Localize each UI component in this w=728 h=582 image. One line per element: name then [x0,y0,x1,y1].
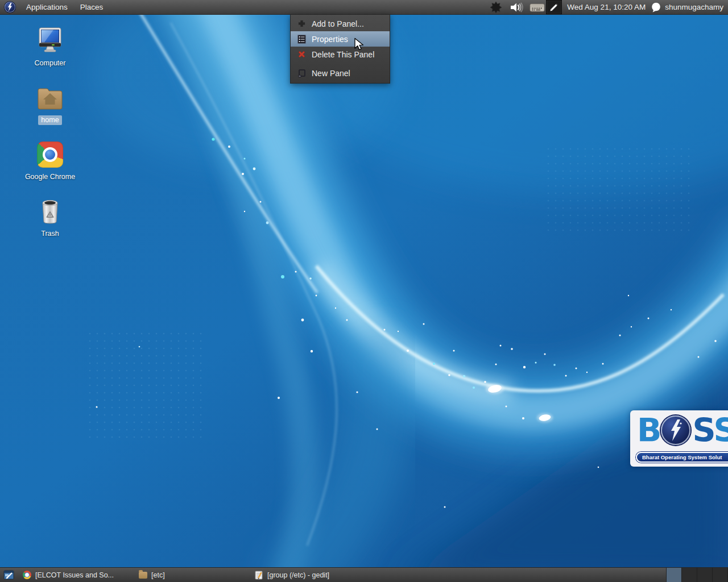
boss-globe-icon [661,415,690,445]
add-plus-icon [296,19,307,29]
clock[interactable]: Wed Aug 21, 10:20 AM [567,3,646,11]
workspace-3[interactable] [697,568,713,582]
keyboard-icon[interactable] [530,0,545,14]
workspace-2[interactable] [682,568,697,582]
menu-places[interactable]: Places [74,0,110,14]
bottom-panel: [ELCOT Issues and So... [etc] [group (/e… [0,567,728,582]
menu-item-delete-this-panel[interactable]: Delete This Panel [291,47,390,62]
show-desktop-icon [3,570,14,580]
home-folder-icon [36,82,64,111]
menu-applications[interactable]: Applications [20,0,74,14]
task-label: [etc] [151,571,165,579]
task-gedit[interactable]: [group (/etc) - gedit] [251,568,367,582]
lightning-bolt-icon [668,419,683,441]
wallpaper [0,0,728,582]
properties-icon [296,34,307,44]
workspace-1[interactable] [667,568,682,582]
trash-icon [36,196,64,225]
boss-watermark: B S S Bharat Operating System Solut [630,410,728,467]
boss-banner: Bharat Operating System Solut [636,452,728,463]
menu-item-label: New Panel [312,69,350,78]
volume-icon[interactable] [510,0,523,14]
lightning-bolt-icon [7,3,13,11]
menu-item-label: Properties [312,35,348,44]
boss-letter-b: B [637,413,659,447]
boss-letter-s: S [692,413,713,447]
menu-item-label: Delete This Panel [312,50,374,59]
chrome-icon [37,139,63,168]
desktop-icon-home[interactable]: home [22,82,78,139]
desktop-icon-google-chrome[interactable]: Google Chrome [22,139,78,196]
username: shunmugachamy [665,3,723,11]
panel-context-menu: Add to Panel... Properties [290,14,390,84]
menu-item-properties[interactable]: Properties [291,31,390,47]
desktop-icon-label: Google Chrome [22,172,78,182]
computer-icon [36,26,64,54]
gedit-icon [255,571,263,580]
desktop-icon-label: home [38,115,61,125]
workspace-switcher [666,568,728,582]
task-label: [group (/etc) - gedit] [267,571,329,579]
menu-item-add-to-panel[interactable]: Add to Panel... [291,16,390,31]
task-label: [ELCOT Issues and So... [35,571,114,579]
show-desktop-button[interactable] [0,568,17,582]
menu-item-label: Add to Panel... [312,19,364,28]
task-elcot-issues[interactable]: [ELCOT Issues and So... [19,568,135,582]
desktop-icon-computer[interactable]: Computer [22,26,78,82]
delete-x-icon [296,49,307,60]
task-etc-folder[interactable]: [etc] [135,568,251,582]
top-panel: Applications Places [0,0,728,15]
desktop-icon-trash[interactable]: Trash [22,196,78,253]
pen-input-icon[interactable] [546,0,562,14]
boss-letter-s2: S [714,413,728,447]
menu-item-new-panel[interactable]: New Panel [291,65,390,81]
new-panel-icon [296,68,307,78]
folder-icon [139,572,147,579]
notification-badge-icon[interactable] [490,0,502,14]
chat-bubble-icon [651,2,661,13]
desktop-icon-label: Computer [32,59,69,68]
workspace-4[interactable] [713,568,728,582]
desktop: Applications Places [0,0,728,582]
desktop-icon-label: Trash [38,229,62,239]
chrome-icon [23,571,31,579]
user-menu[interactable]: shunmugachamy [651,2,723,13]
boss-menu-logo-icon[interactable] [5,2,15,13]
